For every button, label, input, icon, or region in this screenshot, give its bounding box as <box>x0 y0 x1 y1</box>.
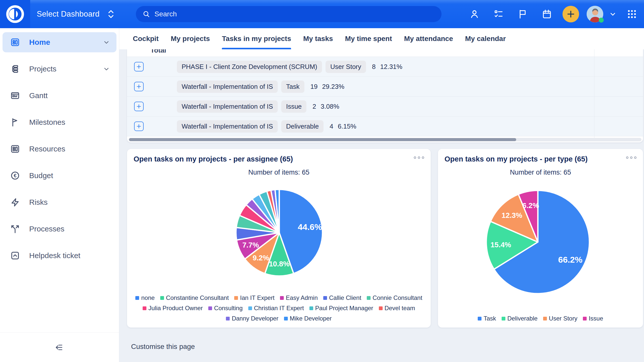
sidebar-item-label: Home <box>29 38 50 47</box>
legend-item[interactable]: Issue <box>583 315 603 322</box>
task-checklist-icon[interactable] <box>487 9 511 19</box>
sidebar-item-label: Milestones <box>29 118 65 127</box>
sidebar-item-label: Processes <box>29 225 64 233</box>
expand-row-button[interactable] <box>134 82 144 91</box>
tab-my-tasks[interactable]: My tasks <box>303 28 333 49</box>
project-pill[interactable]: Waterfall - Implementation of IS <box>177 120 278 133</box>
tab-label: Tasks in my projects <box>222 35 291 43</box>
legend-item[interactable]: Julia Product Owner <box>143 305 203 312</box>
sidebar-item-gantt[interactable]: Gantt <box>3 86 116 106</box>
task-count: 2 <box>312 103 316 110</box>
legend-item[interactable]: none <box>135 294 154 301</box>
sidebar-item-home[interactable]: Home <box>3 32 116 52</box>
topbar-icon-cluster <box>462 0 644 28</box>
sidebar-item-budget[interactable]: € Budget <box>3 166 116 186</box>
tab-my-projects[interactable]: My projects <box>171 28 210 49</box>
type-pill[interactable]: Task <box>281 81 304 93</box>
collapse-sidebar-icon[interactable] <box>54 342 65 353</box>
sidebar-item-label: Helpdesk ticket <box>29 251 80 260</box>
chevron-down-icon[interactable] <box>103 39 110 46</box>
pie-slice-label: 7.7% <box>242 241 259 249</box>
type-pill[interactable]: Issue <box>281 100 306 113</box>
sidebar-item-label: Resources <box>29 145 65 153</box>
legend-item[interactable]: Callie Client <box>323 294 361 301</box>
legend-item[interactable]: Connie Consultant <box>367 294 422 301</box>
user-icon[interactable] <box>462 9 487 19</box>
legend-swatch <box>234 296 238 300</box>
legend-item[interactable]: Constantine Consultant <box>160 294 229 301</box>
legend-swatch <box>160 296 164 300</box>
sidebar-item-helpdesk[interactable]: Helpdesk ticket <box>3 246 116 266</box>
sidebar-footer <box>0 332 119 362</box>
tab-tasks-in-my-projects[interactable]: Tasks in my projects <box>222 28 291 49</box>
horizontal-scrollbar[interactable] <box>129 138 641 141</box>
dashboard-selector[interactable]: Select Dashboard <box>37 0 115 28</box>
task-percent: 3.08% <box>321 103 339 110</box>
legend-label: Christian IT Expert <box>254 305 304 312</box>
dashboard-selector-label: Select Dashboard <box>37 10 100 19</box>
expand-row-button[interactable] <box>134 102 144 111</box>
legend-item[interactable]: Easy Admin <box>280 294 318 301</box>
app-logo[interactable] <box>0 0 30 28</box>
legend-item[interactable]: Task <box>478 315 496 322</box>
sidebar-item-projects[interactable]: Projects <box>3 59 116 79</box>
calendar-icon[interactable] <box>535 9 559 19</box>
sidebar-item-processes[interactable]: Processes <box>3 219 116 239</box>
tab-cockpit[interactable]: Cockpit <box>133 28 159 49</box>
sidebar-item-milestones[interactable]: Milestones <box>3 112 116 132</box>
search-bar[interactable] <box>136 6 441 22</box>
legend-item[interactable]: Mike Developer <box>284 315 332 322</box>
legend-item[interactable]: Ian IT Expert <box>234 294 274 301</box>
legend-item[interactable]: Devel team <box>379 305 415 312</box>
tab-label: My time spent <box>345 35 392 43</box>
quick-add-button[interactable] <box>562 6 579 22</box>
flag-icon[interactable] <box>511 9 535 19</box>
legend-swatch <box>543 317 547 320</box>
expand-row-button[interactable] <box>134 62 144 71</box>
sidebar-item-resources[interactable]: Resources <box>3 139 116 159</box>
risk-bolt-icon <box>10 197 20 207</box>
legend-item[interactable]: User Story <box>543 315 577 322</box>
task-count: 8 <box>372 63 376 71</box>
legend-swatch <box>248 306 252 310</box>
tab-my-calendar[interactable]: My calendar <box>465 28 506 49</box>
search-input[interactable] <box>154 10 435 18</box>
legend-item[interactable]: Danny Developer <box>226 315 278 322</box>
customise-page-link[interactable]: Customise this page <box>131 343 195 351</box>
legend-item[interactable]: Paul Project Manager <box>309 305 373 312</box>
project-pill[interactable]: Waterfall - Implementation of IS <box>177 81 278 93</box>
legend-label: Connie Consultant <box>373 294 422 301</box>
apps-grid-icon[interactable] <box>620 9 644 19</box>
process-split-icon <box>10 224 20 234</box>
project-pill[interactable]: Waterfall - Implementation of IS <box>177 100 278 113</box>
tab-label: Cockpit <box>133 35 159 43</box>
type-pill[interactable]: Deliverable <box>281 120 324 133</box>
legend-item[interactable]: Consulting <box>208 305 243 312</box>
account-chevron-down-icon[interactable] <box>606 10 620 18</box>
legend-item[interactable]: Christian IT Expert <box>248 305 304 312</box>
sidebar-item-label: Budget <box>29 171 53 180</box>
chart-card-per-assignee: Open tasks on my projects - per assignee… <box>127 149 431 328</box>
type-pill[interactable]: User Story <box>326 61 366 73</box>
chart-legend: TaskDeliverableUser StoryIssue <box>446 315 635 322</box>
tasks-summary-table: Total PHASE I - Client Zone Development … <box>127 49 643 142</box>
tab-my-time-spent[interactable]: My time spent <box>345 28 392 49</box>
tab-label: My projects <box>171 35 210 43</box>
legend-item[interactable]: Deliverable <box>502 315 538 322</box>
legend-label: Constantine Consultant <box>166 294 229 301</box>
legend-swatch <box>135 296 139 300</box>
task-percent: 6.15% <box>338 123 356 130</box>
expand-row-button[interactable] <box>134 122 144 131</box>
chevron-up-down-icon <box>107 9 115 20</box>
tab-label: My tasks <box>303 35 333 43</box>
sidebar-item-risks[interactable]: Risks <box>3 192 116 212</box>
pie-slice-label: 15.4% <box>491 241 511 249</box>
chevron-down-icon[interactable] <box>103 65 110 72</box>
table-row: PHASE I - Client Zone Development (SCRUM… <box>127 57 643 77</box>
sidebar-nav: Home Projects <box>0 32 119 272</box>
user-avatar[interactable] <box>587 6 603 22</box>
project-pill[interactable]: PHASE I - Client Zone Development (SCRUM… <box>177 61 322 73</box>
tab-my-attendance[interactable]: My attendance <box>404 28 453 49</box>
scrollbar-thumb[interactable] <box>129 138 516 141</box>
legend-label: none <box>141 294 154 301</box>
